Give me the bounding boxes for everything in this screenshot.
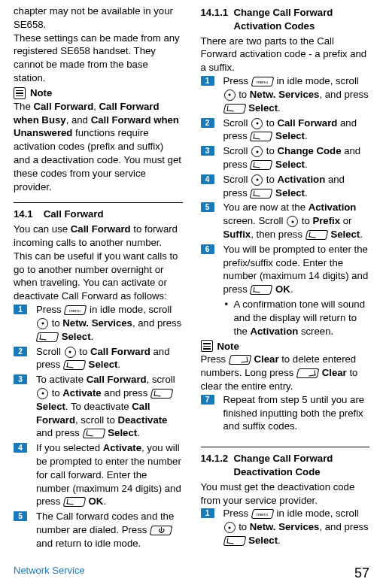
- nav-key-icon: [65, 347, 76, 358]
- bullet-list: A confirmation tone will sound and the d…: [223, 298, 370, 338]
- step-2: Scroll to Call Forward and press Select.: [201, 117, 370, 144]
- intro-paragraph-1: chapter may not be available in your SE6…: [14, 5, 183, 32]
- soft-key-icon: [250, 132, 273, 141]
- soft-key-icon: [250, 189, 273, 199]
- nav-key-icon: [251, 146, 263, 157]
- section-14-1-2-intro: You must get the deactivation code from …: [201, 480, 370, 508]
- soft-key-icon: [305, 230, 328, 240]
- section-14-1-1-intro: There are two parts to the Call Forward …: [201, 35, 370, 74]
- nav-key-icon: [251, 174, 263, 186]
- note-icon: [14, 87, 26, 99]
- footer-section-name: Network Service: [14, 564, 85, 582]
- step-1: Press in idle mode, scroll to Netw. Serv…: [201, 507, 370, 547]
- note-label: Note: [217, 340, 239, 353]
- left-column: chapter may not be available in your SE6…: [14, 5, 183, 558]
- step-6: You will be prompted to enter the prefix…: [201, 243, 370, 338]
- soft-key-icon: [223, 536, 246, 546]
- right-column: 14.1.1Change Call Forward Activation Cod…: [201, 5, 370, 558]
- intro-paragraph-2: These settings can be made from any regi…: [14, 32, 183, 85]
- nav-key-icon: [287, 216, 298, 227]
- soft-key-right-icon: [296, 368, 320, 378]
- soft-key-icon: [82, 429, 105, 438]
- step-1: Press in idle mode, scroll to Netw. Serv…: [201, 74, 370, 114]
- page-footer: Network Service 57: [14, 564, 369, 582]
- menu-key-icon: [64, 305, 87, 315]
- section-14-1-heading: 14.1 Call Forward: [14, 208, 183, 221]
- nav-key-icon: [37, 388, 48, 399]
- step-5: You are now at the Activation screen. Sc…: [201, 201, 370, 241]
- soft-key-right-icon: [228, 355, 251, 365]
- section-14-1-steps: Press in idle mode, scroll to Netw. Serv…: [14, 303, 183, 550]
- section-14-1-2-heading: 14.1.2Change Call Forward Deactivation C…: [201, 452, 370, 479]
- section-divider: [14, 202, 183, 203]
- step-2: Scroll to Call Forward and press Select.: [14, 345, 183, 372]
- end-key-icon: [150, 526, 173, 535]
- step-7: Repeat from step 5 until you are finishe…: [201, 393, 370, 433]
- soft-key-icon: [36, 332, 59, 342]
- step-4: Scroll to Activation and press Select.: [201, 173, 370, 200]
- note-heading: Note: [14, 86, 183, 100]
- note-label: Note: [30, 86, 52, 100]
- soft-key-icon: [150, 389, 174, 399]
- section-14-1-1-steps-cont: Repeat from step 5 until you are finishe…: [201, 393, 370, 433]
- menu-key-icon: [251, 509, 274, 519]
- nav-key-icon: [251, 118, 263, 129]
- step-3: To activate Call Forward, scroll to Acti…: [14, 373, 183, 440]
- nav-key-icon: [224, 522, 236, 533]
- nav-key-icon: [224, 89, 236, 101]
- section-14-1-1-steps: Press in idle mode, scroll to Netw. Serv…: [201, 74, 370, 338]
- soft-key-icon: [250, 160, 273, 170]
- step-5: The Call forward codes and the number ar…: [14, 510, 183, 550]
- section-14-1-intro: You can use Call Forward to forward inco…: [14, 223, 183, 303]
- soft-key-icon: [250, 285, 273, 295]
- menu-key-icon: [251, 77, 274, 86]
- section-14-1-2-steps: Press in idle mode, scroll to Netw. Serv…: [201, 507, 370, 547]
- bullet-item: A confirmation tone will sound and the d…: [234, 298, 370, 338]
- step-1: Press in idle mode, scroll to Netw. Serv…: [14, 303, 183, 343]
- soft-key-icon: [63, 497, 87, 507]
- page-number: 57: [354, 564, 369, 582]
- section-divider: [201, 447, 370, 447]
- soft-key-icon: [63, 360, 87, 370]
- step-3: Scroll to Change Code and press Select.: [201, 144, 370, 171]
- soft-key-icon: [223, 104, 246, 114]
- step-4: If you selected Activate, you will be pr…: [14, 441, 183, 508]
- note-icon: [201, 340, 213, 352]
- section-14-1-1-heading: 14.1.1Change Call Forward Activation Cod…: [201, 6, 370, 33]
- note-body: The Call Forward, Call Forward when Busy…: [14, 100, 183, 194]
- page-body: chapter may not be available in your SE6…: [0, 0, 383, 558]
- note-heading: Note: [201, 340, 370, 353]
- note-body: Press Clear to delete entered numbers. L…: [201, 353, 370, 393]
- nav-key-icon: [37, 318, 48, 329]
